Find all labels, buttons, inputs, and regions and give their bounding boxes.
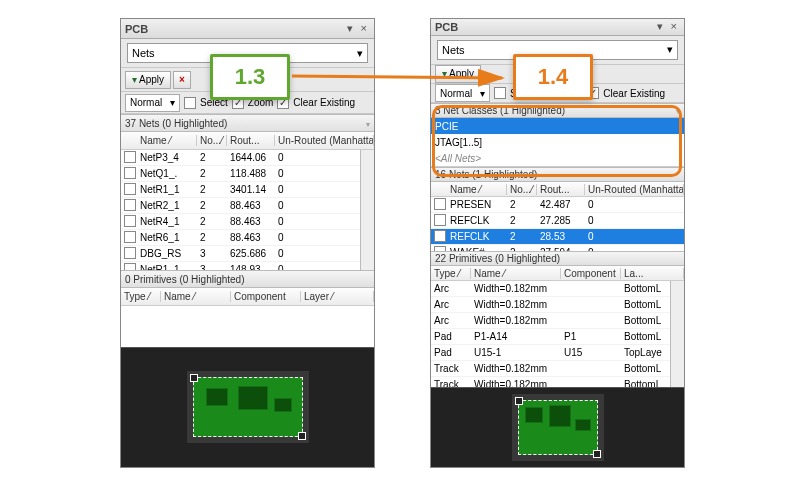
nets-column-header[interactable]: Name ∕ No...∕ Rout... Un-Routed (Manhatt… bbox=[431, 182, 684, 197]
list-item[interactable]: JTAG[1..5] bbox=[431, 134, 684, 150]
pcb-preview[interactable] bbox=[121, 347, 374, 468]
dropdown-value: Nets bbox=[442, 44, 465, 56]
close-icon[interactable]: × bbox=[358, 22, 370, 35]
panel-title: PCB bbox=[435, 21, 458, 33]
filter-icon[interactable] bbox=[676, 105, 680, 116]
table-row[interactable]: Arc Width=0.182mm BottomL bbox=[431, 281, 670, 297]
mask-mode-select[interactable]: Normal▾ bbox=[125, 94, 180, 112]
primitives-section-header: 22 Primitives (0 Highlighted) bbox=[431, 251, 684, 266]
nets-section-header: 37 Nets (0 Highlighted) bbox=[121, 114, 374, 132]
chevron-down-icon: ▾ bbox=[170, 97, 175, 108]
table-row[interactable]: NetR4_1 2 88.463 0 bbox=[121, 214, 360, 230]
table-row[interactable]: Arc Width=0.182mm BottomL bbox=[431, 313, 670, 329]
table-row[interactable]: NetR6_1 2 88.463 0 bbox=[121, 230, 360, 246]
net-classes-list[interactable]: PCIEJTAG[1..5]<All Nets> bbox=[431, 118, 684, 167]
nets-section-header: 16 Nets (1 Highlighted) bbox=[431, 167, 684, 182]
table-row[interactable]: Arc Width=0.182mm BottomL bbox=[431, 297, 670, 313]
chevron-down-icon: ▾ bbox=[357, 47, 363, 60]
table-row[interactable]: Pad U15-1 U15 TopLaye bbox=[431, 345, 670, 361]
filter-icon[interactable] bbox=[366, 118, 370, 129]
panel-title: PCB bbox=[125, 23, 148, 35]
net-classes-section-header: 3 Net Classes (1 Highlighted) bbox=[431, 103, 684, 118]
dropdown-arrow-icon[interactable]: ▾ bbox=[654, 20, 666, 33]
mask-mode-select[interactable]: Normal▾ bbox=[435, 84, 490, 102]
table-row[interactable]: NetP3_4 2 1644.06 0 bbox=[121, 150, 360, 166]
table-row[interactable]: Pad P1-A14 P1 BottomL bbox=[431, 329, 670, 345]
table-row[interactable]: NetQ1_. 2 118.488 0 bbox=[121, 166, 360, 182]
table-row[interactable]: PRESEN 2 42.487 0 bbox=[431, 197, 684, 213]
close-icon[interactable]: × bbox=[668, 20, 680, 33]
table-row[interactable]: DBG_RS 3 625.686 0 bbox=[121, 246, 360, 262]
titlebar: PCB ▾ × bbox=[431, 19, 684, 36]
callout-step-1-3: 1.3 bbox=[210, 54, 290, 100]
titlebar: PCB ▾ × bbox=[121, 19, 374, 39]
table-row[interactable]: REFCLK 2 27.285 0 bbox=[431, 213, 684, 229]
table-row[interactable]: REFCLK 2 28.53 0 bbox=[431, 229, 684, 245]
primitives-table[interactable]: Arc Width=0.182mm BottomLArc Width=0.182… bbox=[431, 281, 670, 387]
primitives-column-header[interactable]: Type ∕ Name ∕ Component Layer ∕ bbox=[121, 288, 374, 306]
list-item[interactable]: PCIE bbox=[431, 118, 684, 134]
dropdown-arrow-icon[interactable]: ▾ bbox=[344, 22, 356, 35]
table-row[interactable]: NetR2_1 2 88.463 0 bbox=[121, 198, 360, 214]
chevron-down-icon: ▾ bbox=[480, 88, 485, 99]
nets-column-header[interactable]: Name ∕ No...∕ Rout... Un-Routed (Manhatt… bbox=[121, 132, 374, 150]
select-checkbox[interactable] bbox=[184, 97, 196, 109]
pcb-preview[interactable] bbox=[431, 387, 684, 467]
list-item[interactable]: <All Nets> bbox=[431, 150, 684, 166]
nets-table[interactable]: NetP3_4 2 1644.06 0 NetQ1_. 2 118.488 0 … bbox=[121, 150, 360, 270]
vertical-scrollbar[interactable] bbox=[360, 150, 374, 270]
table-row[interactable]: Track Width=0.182mm BottomL bbox=[431, 361, 670, 377]
primitives-table[interactable] bbox=[121, 306, 374, 347]
apply-button[interactable]: ▾Apply bbox=[435, 65, 481, 83]
table-row[interactable]: NetR1_1 2 3401.14 0 bbox=[121, 182, 360, 198]
nets-table[interactable]: PRESEN 2 42.487 0 REFCLK 2 27.285 0 REFC… bbox=[431, 197, 684, 251]
table-row[interactable]: NetR1_1 3 148.93 0 bbox=[121, 262, 360, 270]
table-row[interactable]: Track Width=0.182mm BottomL bbox=[431, 377, 670, 387]
chevron-down-icon: ▾ bbox=[667, 43, 673, 56]
primitives-column-header[interactable]: Type ∕ Name ∕ Component La... bbox=[431, 266, 684, 281]
select-checkbox[interactable] bbox=[494, 87, 506, 99]
vertical-scrollbar[interactable] bbox=[670, 281, 684, 387]
primitives-section-header: 0 Primitives (0 Highlighted) bbox=[121, 270, 374, 288]
dropdown-value: Nets bbox=[132, 47, 155, 59]
apply-button[interactable]: ▾Apply bbox=[125, 71, 171, 89]
clear-button[interactable]: × bbox=[173, 71, 191, 89]
callout-step-1-4: 1.4 bbox=[513, 54, 593, 100]
